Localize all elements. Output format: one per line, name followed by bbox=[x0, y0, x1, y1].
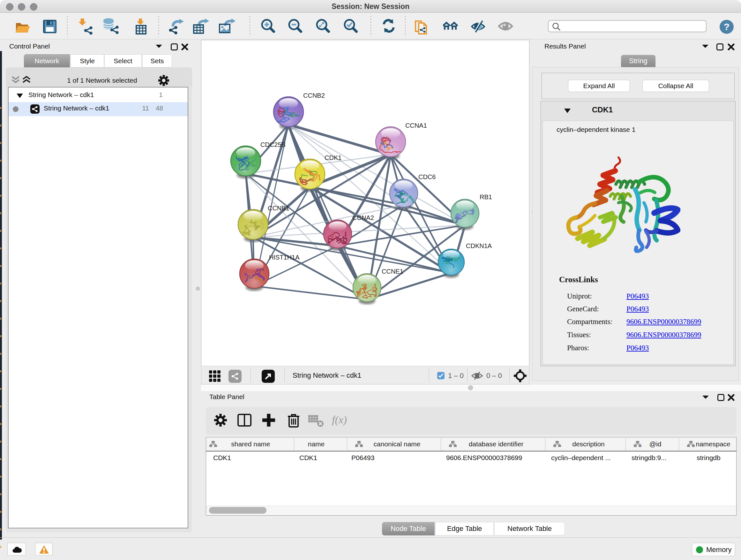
svg-text:CDC25B: CDC25B bbox=[260, 141, 286, 148]
svg-text:HIST1H1A: HIST1H1A bbox=[269, 254, 300, 261]
svg-text:RB1: RB1 bbox=[480, 193, 492, 200]
svg-text:CCNB1: CCNB1 bbox=[268, 205, 289, 212]
svg-text:CCNA2: CCNA2 bbox=[352, 214, 374, 221]
svg-text:CDKN1A: CDKN1A bbox=[466, 242, 492, 249]
svg-text:CDC6: CDC6 bbox=[418, 173, 435, 180]
svg-text:CCNA1: CCNA1 bbox=[405, 122, 427, 129]
svg-text:CCNE1: CCNE1 bbox=[382, 268, 403, 275]
svg-text:CDK1: CDK1 bbox=[325, 154, 341, 161]
svg-text:CCNB2: CCNB2 bbox=[303, 92, 325, 99]
